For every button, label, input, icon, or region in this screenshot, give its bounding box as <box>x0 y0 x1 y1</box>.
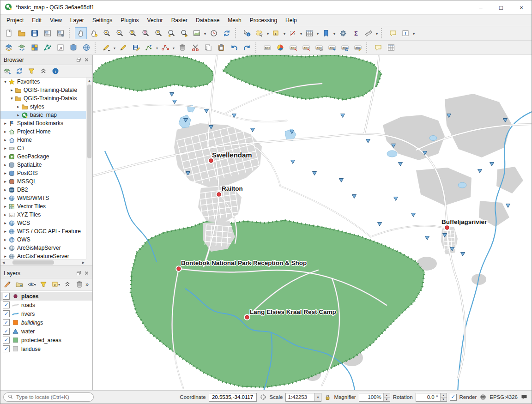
close-button[interactable]: × <box>511 0 532 14</box>
open-attribute-table-button[interactable]: ▾ <box>304 27 320 39</box>
menu-plugins[interactable]: Plugins <box>116 16 143 25</box>
layer-visibility-checkbox[interactable]: ✓ <box>3 293 10 300</box>
chevron-down-icon[interactable]: ▾ <box>204 32 206 36</box>
lock-icon[interactable] <box>324 394 331 401</box>
layer-labeling-options-button[interactable]: abc <box>261 42 273 54</box>
add-feature-button[interactable]: ▾ <box>143 42 159 54</box>
save-project-button[interactable] <box>29 27 41 39</box>
chevron-down-icon[interactable]: ▾ <box>34 283 36 287</box>
chevron-down-icon[interactable]: ▾ <box>300 32 302 36</box>
browser-item-vector-tiles[interactable]: ▸Vector Tiles <box>0 202 86 211</box>
open-data-source-manager-button[interactable] <box>3 42 15 54</box>
expander-open-icon[interactable]: ▾ <box>9 96 15 101</box>
browser-item-db2[interactable]: ▸DB2DB2 <box>0 186 86 194</box>
step-up-icon[interactable]: ▲ <box>441 393 447 397</box>
expander-closed-icon[interactable]: ▸ <box>2 246 8 250</box>
browser-item-wcs[interactable]: ▸WCS <box>0 219 86 227</box>
layer-item-protected_areas[interactable]: ✓protected_areas <box>0 336 92 344</box>
redo-button[interactable] <box>241 42 253 54</box>
browser-item-mssql[interactable]: ▸MSSQL <box>0 177 86 186</box>
refresh-map-button[interactable] <box>221 27 233 39</box>
chevron-down-icon[interactable]: ▾ <box>58 283 60 287</box>
expander-closed-icon[interactable]: ▸ <box>2 163 8 167</box>
menu-help[interactable]: Help <box>281 16 301 25</box>
scrollbar-thumb[interactable] <box>87 84 91 158</box>
browser-item-spatialite[interactable]: ▸SpatiaLite <box>0 161 86 169</box>
temporal-controller-button[interactable] <box>208 27 220 39</box>
horizontal-scrollbar[interactable]: ◀ ▶ <box>0 259 86 265</box>
menu-view[interactable]: View <box>46 16 66 25</box>
vertex-tool-button[interactable]: ▾ <box>160 42 175 54</box>
pan-map-to-selection-button[interactable] <box>88 27 100 39</box>
expander-closed-icon[interactable]: ▸ <box>2 187 8 192</box>
open-project-button[interactable] <box>16 27 28 39</box>
locate-input[interactable] <box>15 394 90 400</box>
remove-layer-button[interactable] <box>74 279 85 290</box>
chevron-down-icon[interactable]: ▾ <box>114 47 115 50</box>
scroll-right-icon[interactable]: ▶ <box>80 259 86 265</box>
layer-visibility-checkbox[interactable]: ✓ <box>3 328 10 335</box>
collapse-all-button[interactable] <box>38 66 49 77</box>
expander-closed-icon[interactable]: ▸ <box>2 221 8 225</box>
chevron-down-icon[interactable]: ▾ <box>376 32 378 36</box>
scroll-up-icon[interactable]: ▲ <box>86 78 92 84</box>
layer-item-landuse[interactable]: ✓landuse <box>0 344 92 353</box>
save-layer-edits-button[interactable] <box>130 42 142 54</box>
add-mesh-layer-button[interactable] <box>42 42 54 54</box>
add-selected-layers-button[interactable] <box>2 66 13 77</box>
chevron-down-icon[interactable]: ▾ <box>314 393 321 401</box>
float-panel-icon[interactable] <box>75 269 83 277</box>
expander-closed-icon[interactable]: ▸ <box>2 212 8 217</box>
step-down-icon[interactable]: ▼ <box>441 397 447 401</box>
coordinate-input[interactable] <box>209 393 257 402</box>
open-layer-styling-button[interactable] <box>2 279 13 290</box>
measure-line-button[interactable]: ▾ <box>363 27 379 39</box>
menu-settings[interactable]: Settings <box>88 16 116 25</box>
deselect-all-button[interactable]: ▾ <box>287 27 303 39</box>
float-panel-icon[interactable] <box>75 56 83 64</box>
render-checkbox[interactable]: ✓ <box>450 394 457 401</box>
toolbar-overflow-chevron[interactable]: » <box>85 281 91 288</box>
new-spatial-bookmark-button[interactable]: ▾ <box>320 27 336 39</box>
new-annotation-button[interactable] <box>372 42 384 54</box>
browser-item-basic-map[interactable]: ▸basic_map <box>0 111 86 119</box>
browser-item-qgis-training-data-e[interactable]: ▸QGIS-Training-Data\e <box>0 86 86 94</box>
menu-raster[interactable]: Raster <box>167 16 192 25</box>
new-print-layout-button[interactable] <box>42 27 54 39</box>
browser-item-xyz-tiles[interactable]: ▸xyzXYZ Tiles <box>0 211 86 219</box>
expander-open-icon[interactable]: ▾ <box>2 79 8 84</box>
browser-item-arcgisfeatureserver[interactable]: ▸ArcGisFeatureServer <box>0 252 86 259</box>
add-spatialite-layer-button[interactable] <box>67 42 79 54</box>
layer-item-water[interactable]: ✓water <box>0 327 92 336</box>
close-panel-icon[interactable] <box>83 56 91 64</box>
expander-closed-icon[interactable]: ▸ <box>2 138 8 142</box>
expander-closed-icon[interactable]: ▸ <box>2 237 8 242</box>
menu-edit[interactable]: Edit <box>28 16 46 25</box>
expander-closed-icon[interactable]: ▸ <box>2 129 8 134</box>
chevron-down-icon[interactable]: ▾ <box>267 32 269 36</box>
filter-browser-button[interactable] <box>26 66 37 77</box>
chevron-down-icon[interactable]: ▾ <box>317 32 319 36</box>
menu-project[interactable]: Project <box>2 16 28 25</box>
map-tips-button[interactable] <box>387 27 399 39</box>
zoom-out-button[interactable] <box>114 27 126 39</box>
expander-closed-icon[interactable]: ▸ <box>2 196 8 200</box>
browser-item-ows[interactable]: ▸OWS <box>0 235 86 244</box>
new-project-button[interactable] <box>3 27 15 39</box>
locate-box[interactable] <box>3 392 94 402</box>
expander-closed-icon[interactable]: ▸ <box>2 229 8 234</box>
filter-legend-button[interactable] <box>38 279 49 290</box>
step-up-icon[interactable]: ▲ <box>384 393 390 397</box>
add-raster-layer-button[interactable] <box>29 42 41 54</box>
minimize-button[interactable]: – <box>471 0 491 14</box>
properties-widget-button[interactable]: i <box>50 66 61 77</box>
toggle-editing-button[interactable] <box>117 42 129 54</box>
scrollbar-thumb[interactable] <box>12 260 54 265</box>
manage-map-themes-button[interactable]: ▾ <box>26 279 37 290</box>
copy-features-button[interactable] <box>202 42 214 54</box>
move-label-button[interactable]: abc <box>326 42 338 54</box>
magnifier-spinbox[interactable]: 100% ▲▼ <box>359 393 390 402</box>
select-by-expression-button[interactable]: ε▾ <box>271 27 286 39</box>
browser-item-home[interactable]: ▸Home <box>0 136 86 144</box>
menu-vector[interactable]: Vector <box>143 16 167 25</box>
